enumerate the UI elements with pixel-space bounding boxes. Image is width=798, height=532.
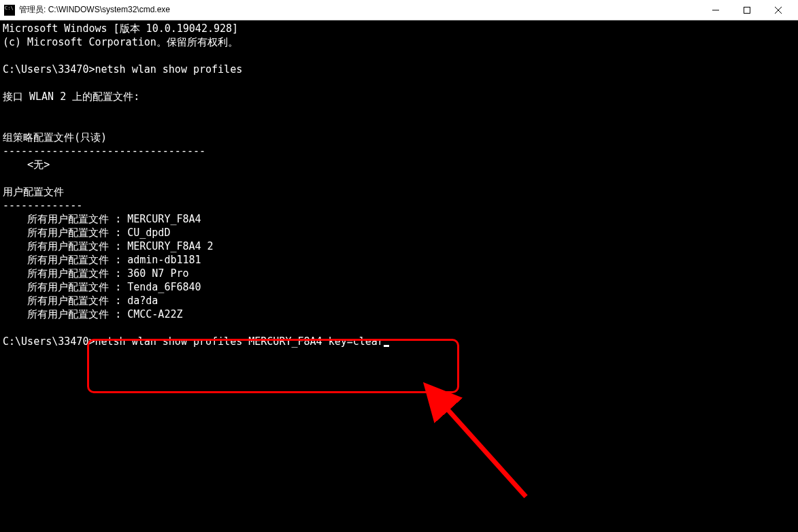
profile-row: 所有用户配置文件 : admin-db1181: [3, 254, 201, 266]
window-title: 管理员: C:\WINDOWS\system32\cmd.exe: [19, 4, 700, 16]
profile-row: 所有用户配置文件 : da?da: [3, 295, 158, 307]
prompt-path: C:\Users\33470>: [3, 63, 95, 76]
command-text: netsh wlan show profiles: [95, 63, 242, 76]
profile-row: 所有用户配置文件 : CMCC-A22Z: [3, 308, 183, 320]
cursor: [384, 345, 389, 347]
profile-row: 所有用户配置文件 : MERCURY_F8A4 2: [3, 240, 214, 252]
group-policy-header: 组策略配置文件(只读): [3, 131, 107, 144]
minimize-button[interactable]: [700, 0, 731, 20]
cmd-icon: [4, 5, 15, 16]
command-text: netsh wlan show profiles MERCURY_F8A4 ke…: [95, 335, 383, 348]
prompt-path: C:\Users\33470>: [3, 335, 95, 348]
maximize-button[interactable]: [731, 0, 763, 20]
close-button[interactable]: [763, 0, 794, 20]
interface-header: 接口 WLAN 2 上的配置文件:: [3, 90, 139, 103]
copyright-line: (c) Microsoft Corporation。保留所有权利。: [3, 36, 238, 48]
divider: -------------: [3, 199, 82, 212]
profile-row: 所有用户配置文件 : MERCURY_F8A4: [3, 213, 201, 225]
os-header: Microsoft Windows [版本 10.0.19042.928]: [3, 22, 238, 35]
terminal-body[interactable]: Microsoft Windows [版本 10.0.19042.928] (c…: [0, 20, 798, 532]
window-titlebar: 管理员: C:\WINDOWS\system32\cmd.exe: [0, 0, 798, 20]
profile-row: 所有用户配置文件 : 360 N7 Pro: [3, 267, 189, 280]
divider: ---------------------------------: [3, 145, 205, 157]
profile-row: 所有用户配置文件 : CU_dpdD: [3, 227, 170, 239]
profile-row: 所有用户配置文件 : Tenda_6F6840: [3, 281, 201, 293]
none-entry: <无>: [3, 159, 50, 171]
svg-rect-1: [744, 7, 750, 13]
user-profiles-header: 用户配置文件: [3, 186, 64, 198]
window-controls: [700, 0, 794, 20]
